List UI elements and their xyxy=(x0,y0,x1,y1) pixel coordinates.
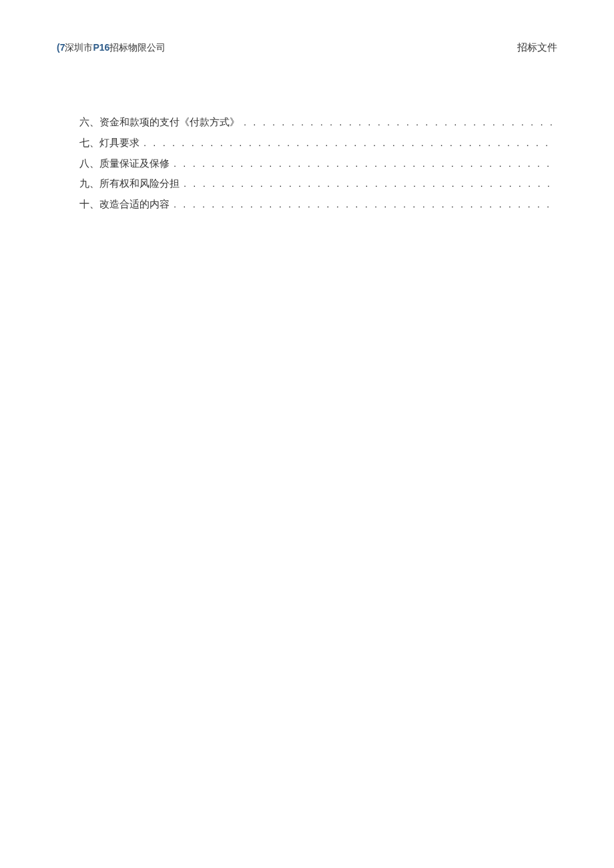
header-right-doctype: 招标文件 xyxy=(517,41,557,54)
header-code: P16 xyxy=(93,42,109,53)
toc-dots: . . . . . . . . . . . . . . . . . . . . … xyxy=(240,112,553,133)
toc-entry: 七、灯具要求 . . . . . . . . . . . . . . . . .… xyxy=(79,133,553,153)
header-text-2: 招标物限公司 xyxy=(109,42,166,53)
header-text-1: 深圳市 xyxy=(65,42,93,53)
toc-entry: 六、资金和款项的支付《付款方式》 . . . . . . . . . . . .… xyxy=(79,112,553,133)
toc-entry: 八、质量保证及保修 . . . . . . . . . . . . . . . … xyxy=(79,153,553,174)
toc-dots: . . . . . . . . . . . . . . . . . . . . … xyxy=(139,133,553,153)
toc-label: 九、所有权和风险分担 xyxy=(79,173,180,194)
toc-label: 七、灯具要求 xyxy=(79,133,139,153)
page-header: (7深圳市P16招标物限公司 招标文件 xyxy=(0,41,614,54)
toc-entry: 九、所有权和风险分担 . . . . . . . . . . . . . . .… xyxy=(79,173,553,194)
toc-entry: 十、改造合适的内容 . . . . . . . . . . . . . . . … xyxy=(79,194,553,215)
toc-dots: . . . . . . . . . . . . . . . . . . . . … xyxy=(180,173,553,194)
toc-label: 六、资金和款项的支付《付款方式》 xyxy=(79,112,240,133)
toc-label: 八、质量保证及保修 xyxy=(79,153,170,174)
table-of-contents: 六、资金和款项的支付《付款方式》 . . . . . . . . . . . .… xyxy=(79,112,553,215)
toc-dots: . . . . . . . . . . . . . . . . . . . . … xyxy=(170,194,553,215)
toc-label: 十、改造合适的内容 xyxy=(79,194,170,215)
toc-dots: . . . . . . . . . . . . . . . . . . . . … xyxy=(170,153,553,174)
header-left-company: (7深圳市P16招标物限公司 xyxy=(57,42,166,54)
